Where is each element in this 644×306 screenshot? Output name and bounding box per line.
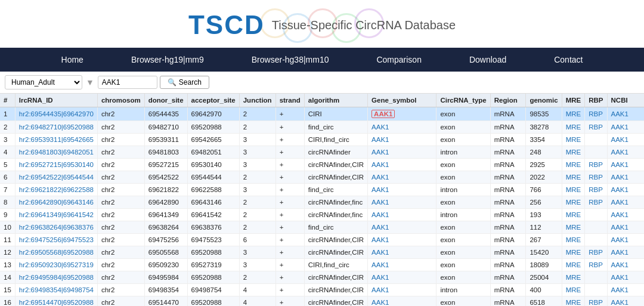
cell-acceptor-site: 69520988 [187, 246, 239, 259]
table-row[interactable]: 5 hr2:69527215|69530140 chr2 69527215 69… [0, 159, 644, 171]
gene-symbol-link[interactable]: AAK1 [371, 299, 389, 306]
cell-algorithm: find_circ [304, 184, 367, 196]
cell-chromosom: chr2 [97, 271, 144, 284]
data-table-container: # lrcRNA_ID chromosom donor_site accepto… [0, 94, 644, 306]
gene-symbol-link[interactable]: AAK1 [371, 123, 389, 131]
table-row[interactable]: 12 hr2:69505568|69520988 chr2 69505568 6… [0, 246, 644, 259]
cell-lrcRNA-ID: hr2:69544435|69642970 [15, 107, 97, 121]
gene-symbol-link[interactable]: AAK1 [371, 286, 389, 293]
cell-rbp [585, 134, 607, 146]
gene-symbol-link[interactable]: AAK1 [371, 274, 389, 281]
cell-chromosom: chr2 [97, 296, 144, 307]
nav-browser-hg19[interactable]: Browser-hg19|mm9 [107, 48, 228, 72]
cell-ncbi: AAK1 [607, 146, 644, 159]
cell-donor-site: 69621822 [144, 184, 187, 196]
cell-junction: 3 [239, 246, 275, 259]
table-row[interactable]: 1 hr2:69544435|69642970 chr2 69544435 69… [0, 107, 644, 121]
cell-lrcRNA-ID: hr2:69527215|69530140 [15, 159, 97, 171]
nav-home[interactable]: Home [38, 48, 107, 72]
cell-acceptor-site: 69498754 [187, 284, 239, 296]
cell-chromosom: chr2 [97, 184, 144, 196]
cell-strand: + [275, 171, 304, 184]
cell-rbp [585, 146, 607, 159]
table-row[interactable]: 16 hr2:69514470|69520988 chr2 69514470 6… [0, 296, 644, 307]
nav-browser-hg38[interactable]: Browser-hg38|mm10 [228, 48, 353, 72]
nav-download[interactable]: Download [445, 48, 530, 72]
cell-lrcRNA-ID: hr2:69498354|69498754 [15, 284, 97, 296]
cell-lrcRNA-ID: hr2:69475256|69475523 [15, 234, 97, 246]
cell-strand: + [275, 246, 304, 259]
cell-mre: MRE [562, 184, 585, 196]
cell-gene-symbol: AAK1 [368, 196, 436, 209]
cell-acceptor-site: 69544544 [187, 171, 239, 184]
species-select[interactable]: Human_Adult Human_Fetal Mouse_Adult [5, 75, 82, 89]
cell-acceptor-site: 69520988 [187, 271, 239, 284]
gene-symbol-link[interactable]: AAK1 [371, 136, 389, 143]
cell-chromosom: chr2 [97, 221, 144, 234]
cell-region: mRNA [490, 259, 526, 271]
cell-mre: MRE [562, 221, 585, 234]
cell-donor-site: 69638264 [144, 221, 187, 234]
cell-strand: + [275, 209, 304, 221]
cell-ncbi: AAK1 [607, 159, 644, 171]
cell-circrna-type: exon [436, 107, 490, 121]
cell-junction: 3 [239, 146, 275, 159]
cell-chromosom: chr2 [97, 209, 144, 221]
cell-junction: 3 [239, 259, 275, 271]
table-row[interactable]: 6 hr2:69542522|69544544 chr2 69542522 69… [0, 171, 644, 184]
table-row[interactable]: 9 hr2:69641349|69641542 chr2 69641349 69… [0, 209, 644, 221]
cell-gene-symbol: AAK1 [368, 296, 436, 307]
cell-num: 2 [0, 121, 15, 134]
gene-symbol-link[interactable]: AAK1 [371, 149, 389, 156]
cell-junction: 3 [239, 159, 275, 171]
cell-strand: + [275, 196, 304, 209]
table-row[interactable]: 14 hr2:69495984|69520988 chr2 69495984 6… [0, 271, 644, 284]
gene-symbol-link[interactable]: AAK1 [371, 199, 389, 206]
table-row[interactable]: 10 hr2:69638264|69638376 chr2 69638264 6… [0, 221, 644, 234]
cell-genomic: 2925 [526, 159, 562, 171]
table-row[interactable]: 4 hr2:69481803|69482051 chr2 69481803 69… [0, 146, 644, 159]
cell-region: mRNA [490, 234, 526, 246]
gene-symbol-link[interactable]: AAK1 [371, 224, 389, 231]
cell-rbp: RBP [585, 121, 607, 134]
table-row[interactable]: 2 hr2:69482710|69520988 chr2 69482710 69… [0, 121, 644, 134]
cell-algorithm: circRNAfinder,CIR [304, 296, 367, 307]
col-rbp: RBP [585, 94, 607, 107]
cell-region: mRNA [490, 271, 526, 284]
cell-gene-symbol: AAK1 [368, 221, 436, 234]
gene-symbol-link[interactable]: AAK1 [371, 249, 389, 256]
cell-algorithm: circRNAfinder,CIR [304, 159, 367, 171]
col-acceptor-site: acceptor_site [187, 94, 239, 107]
table-row[interactable]: 11 hr2:69475256|69475523 chr2 69475256 6… [0, 234, 644, 246]
cell-junction: 4 [239, 284, 275, 296]
cell-mre: MRE [562, 196, 585, 209]
cell-region: mRNA [490, 221, 526, 234]
gene-symbol-boxed: AAK1 [371, 110, 395, 118]
cell-mre: MRE [562, 259, 585, 271]
table-row[interactable]: 13 hr2:69509230|69527319 chr2 69509230 6… [0, 259, 644, 271]
table-row[interactable]: 8 hr2:69642890|69643146 chr2 69642890 69… [0, 196, 644, 209]
table-row[interactable]: 3 hr2:69539311|69542665 chr2 69539311 69… [0, 134, 644, 146]
cell-genomic: 25004 [526, 271, 562, 284]
cell-junction: 2 [239, 171, 275, 184]
search-icon: 🔍 [168, 78, 177, 86]
cell-circrna-type: intron [436, 184, 490, 196]
nav-comparison[interactable]: Comparison [352, 48, 445, 72]
col-strand: strand [275, 94, 304, 107]
gene-symbol-link[interactable]: AAK1 [371, 236, 389, 243]
gene-symbol-link[interactable]: AAK1 [371, 261, 389, 268]
cell-region: mRNA [490, 296, 526, 307]
cell-donor-site: 69505568 [144, 246, 187, 259]
cell-rbp [585, 209, 607, 221]
gene-symbol-link[interactable]: AAK1 [371, 186, 389, 193]
table-row[interactable]: 15 hr2:69498354|69498754 chr2 69498354 6… [0, 284, 644, 296]
gene-symbol-link[interactable]: AAK1 [371, 211, 389, 218]
search-button[interactable]: 🔍 Search [160, 76, 209, 89]
nav-contact[interactable]: Contact [530, 48, 606, 72]
cell-gene-symbol: AAK1 [368, 107, 436, 121]
table-row[interactable]: 7 hr2:69621822|69622588 chr2 69621822 69… [0, 184, 644, 196]
gene-symbol-link[interactable]: AAK1 [371, 161, 389, 168]
search-input[interactable] [98, 76, 157, 89]
gene-symbol-link[interactable]: AAK1 [371, 174, 389, 181]
cell-region: mRNA [490, 121, 526, 134]
